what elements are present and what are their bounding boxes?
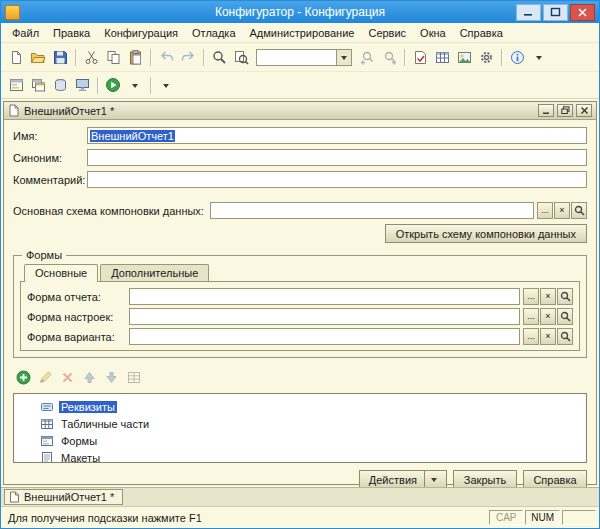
delete-button[interactable] [59,369,76,386]
database-structure-button[interactable] [49,75,71,95]
menu-help[interactable]: Справка [453,25,510,41]
find-next-icon [382,50,397,65]
chevron-down-icon [431,478,437,485]
info-button[interactable] [506,47,528,67]
window-tab-active[interactable]: ВнешнийОтчет1 * [4,489,123,505]
picture-icon [457,50,472,65]
document-icon [8,104,20,117]
open-button[interactable] [557,288,573,305]
clear-button[interactable]: × [540,288,556,305]
search-combo[interactable] [256,49,352,66]
cut-button[interactable] [80,47,102,67]
menu-file[interactable]: Файл [5,25,46,41]
add-button[interactable] [15,369,32,386]
object-tree[interactable]: Реквизиты Табличные части Формы Макеты [13,393,587,463]
document-titlebar[interactable]: ВнешнийОтчет1 * [4,102,596,120]
doc-minimize-button[interactable] [538,104,554,117]
syntax-check-button[interactable] [409,47,431,67]
minimize-button[interactable] [516,4,541,21]
undo-icon [159,50,174,65]
forms-tab-panel: Форма отчета: ... × Форма настроек: [20,281,580,351]
name-input[interactable]: ВнешнийОтчет1 [87,127,587,144]
open-button[interactable] [571,202,587,219]
actions-dropdown[interactable] [424,471,437,488]
debug-menu-button[interactable] [124,75,146,95]
arrow-down-icon [105,371,118,384]
undo-button[interactable] [155,47,177,67]
move-up-button[interactable] [81,369,98,386]
choose-button[interactable]: ... [523,288,539,305]
configuration-objects-button[interactable] [27,75,49,95]
find-next-button[interactable] [378,47,400,67]
tab-additional[interactable]: Дополнительные [100,264,209,281]
choose-button[interactable]: ... [523,308,539,325]
main-toolbar [1,43,599,72]
window-tab-label: ВнешнийОтчет1 * [24,491,114,503]
picture-button[interactable] [453,47,475,67]
start-debugging-button[interactable] [102,75,124,95]
configuration-toolbar [1,72,599,99]
paste-icon [128,50,143,65]
combo-dropdown-button[interactable] [336,50,351,65]
settings-form-input[interactable] [129,308,520,325]
close-button[interactable] [570,4,595,21]
new-document-button[interactable] [5,47,27,67]
toolbar-overflow-button[interactable] [528,47,550,67]
titlebar[interactable]: Конфигуратор - Конфигурация [1,1,599,23]
redo-button[interactable] [177,47,199,67]
choose-button[interactable]: ... [537,202,553,219]
minimize-icon [542,106,551,115]
clear-button[interactable]: × [540,328,556,345]
synonym-label: Синоним: [13,152,87,164]
variant-form-input[interactable] [129,328,520,345]
clear-button[interactable]: × [540,308,556,325]
actions-button-label: Действия [369,474,417,486]
open-button[interactable] [557,308,573,325]
open-schema-button[interactable]: Открыть схему компоновки данных [385,224,587,243]
menu-windows[interactable]: Окна [413,25,453,41]
find-previous-button[interactable] [356,47,378,67]
tree-item-attributes[interactable]: Реквизиты [14,398,586,415]
edit-button[interactable] [37,369,54,386]
num-lock-indicator: NUM [525,510,560,525]
forms-groupbox: Формы Основные Дополнительные Форма отче… [13,255,587,358]
open-button[interactable] [557,328,573,345]
save-button[interactable] [49,47,71,67]
mdi-area: ВнешнийОтчет1 * Имя: ВнешнийОтчет1 Синон… [1,99,599,487]
table-button[interactable] [431,47,453,67]
report-form-input[interactable] [129,288,520,305]
settings-button[interactable] [475,47,497,67]
find-button[interactable] [208,47,230,67]
clear-button[interactable]: × [554,202,570,219]
tree-item-tabular-sections[interactable]: Табличные части [14,415,586,432]
cut-icon [84,50,99,65]
doc-close-button[interactable] [576,104,592,117]
menu-edit[interactable]: Правка [46,25,97,41]
configuration-window-button[interactable] [5,75,27,95]
copy-button[interactable] [102,47,124,67]
comment-input[interactable] [87,171,587,188]
schema-input[interactable] [210,202,534,219]
tree-item-templates[interactable]: Макеты [14,449,586,463]
menu-administration[interactable]: Администрирование [243,25,362,41]
menu-configuration[interactable]: Конфигурация [97,25,185,41]
database-icon [53,78,68,92]
find-in-files-button[interactable] [230,47,252,67]
open-button[interactable] [27,47,49,67]
chevron-down-icon [132,84,138,91]
move-down-button[interactable] [103,369,120,386]
maximize-button[interactable] [543,4,568,21]
toolbar-overflow-button[interactable] [155,75,177,95]
doc-restore-button[interactable] [557,104,573,117]
sort-button[interactable] [125,369,142,386]
paste-button[interactable] [124,47,146,67]
choose-button[interactable]: ... [523,328,539,345]
tab-main[interactable]: Основные [24,264,98,282]
tree-item-forms[interactable]: Формы [14,432,586,449]
monitor-button[interactable] [71,75,93,95]
menu-tools[interactable]: Сервис [361,25,413,41]
app-icon [5,5,20,20]
maximize-icon [550,7,561,18]
menu-debug[interactable]: Отладка [185,25,242,41]
synonym-input[interactable] [87,149,587,166]
